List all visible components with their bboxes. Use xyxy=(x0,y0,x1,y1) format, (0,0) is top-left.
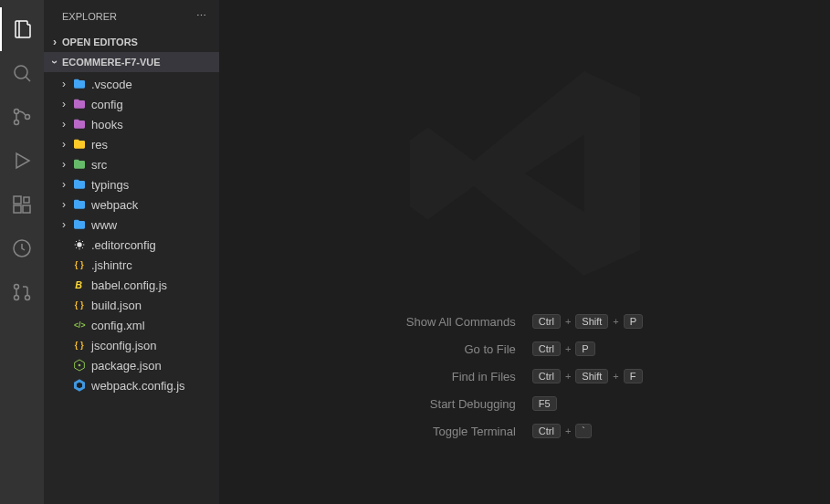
folder-config-icon xyxy=(71,97,88,111)
chevron-down-icon: › xyxy=(48,55,61,69)
folder-vscode-icon xyxy=(71,77,88,91)
activity-search-icon[interactable] xyxy=(0,51,44,95)
json-icon: { } xyxy=(71,257,88,272)
command-shortcut: F5 xyxy=(532,396,643,411)
keyboard-key: Ctrl xyxy=(532,314,561,329)
key-separator: + xyxy=(613,371,618,382)
keyboard-key: P xyxy=(575,341,594,356)
tree-file[interactable]: { } build.json xyxy=(44,295,219,315)
tree-item-label: jsconfig.json xyxy=(91,339,157,352)
svg-rect-4 xyxy=(14,196,21,204)
tree-file[interactable]: package.json xyxy=(44,355,219,375)
tree-folder[interactable]: › www xyxy=(44,215,219,235)
tree-item-label: .jshintrc xyxy=(91,258,132,272)
tree-item-label: config xyxy=(91,98,123,111)
chevron-right-icon: › xyxy=(57,78,71,90)
more-actions-icon[interactable]: ⋯ xyxy=(196,10,208,22)
folder-hooks-icon xyxy=(71,117,88,131)
tree-file[interactable]: B babel.config.js xyxy=(44,275,219,295)
folder-webpack-icon xyxy=(71,197,88,212)
svg-rect-5 xyxy=(14,205,21,213)
chevron-right-icon: › xyxy=(57,178,71,191)
editor-area: Show All CommandsCtrl+Shift+PGo to FileC… xyxy=(219,0,830,504)
tree-item-label: hooks xyxy=(91,118,123,131)
svg-text:</>: </> xyxy=(74,320,86,330)
key-separator: + xyxy=(565,316,571,327)
tree-file[interactable]: { } .jshintrc xyxy=(44,255,219,275)
command-label: Find in Files xyxy=(406,370,516,383)
tree-folder[interactable]: › typings xyxy=(44,174,219,194)
svg-point-18 xyxy=(79,364,81,367)
tree-folder[interactable]: › .vscode xyxy=(44,74,219,94)
keyboard-key: ` xyxy=(575,424,592,438)
tree-item-label: config.xml xyxy=(91,319,145,332)
svg-rect-6 xyxy=(23,205,30,213)
chevron-right-icon: › xyxy=(57,118,71,131)
key-separator: + xyxy=(565,343,571,354)
svg-point-12 xyxy=(77,242,81,247)
keyboard-key: Ctrl xyxy=(532,341,561,356)
svg-point-11 xyxy=(26,296,30,300)
svg-text:{ }: { } xyxy=(75,300,84,310)
keyboard-key: F xyxy=(624,369,643,383)
tree-file[interactable]: webpack.config.js xyxy=(44,375,219,395)
tree-file[interactable]: </> config.xml xyxy=(44,315,219,335)
svg-point-3 xyxy=(26,115,30,120)
folder-www-icon xyxy=(71,217,88,232)
webpack-icon xyxy=(71,378,88,393)
svg-text:{ }: { } xyxy=(75,341,84,350)
section-open-editors[interactable]: › OPEN EDITORS xyxy=(44,32,219,52)
svg-text:{ }: { } xyxy=(75,260,84,269)
chevron-right-icon: › xyxy=(57,98,71,110)
tree-folder[interactable]: › config xyxy=(44,94,219,114)
tree-item-label: webpack xyxy=(91,198,138,212)
folder-resource-icon xyxy=(71,137,88,152)
activity-git-pr-icon[interactable] xyxy=(0,270,44,314)
tree-item-label: .editorconfig xyxy=(91,238,156,252)
chevron-right-icon: › xyxy=(57,198,71,211)
keyboard-key: Shift xyxy=(575,369,608,383)
tree-item-label: build.json xyxy=(91,299,142,312)
activity-explorer-icon[interactable] xyxy=(0,7,44,51)
svg-rect-7 xyxy=(24,197,29,203)
command-label: Show All Commands xyxy=(406,315,516,329)
chevron-right-icon: › xyxy=(57,138,71,151)
svg-text:B: B xyxy=(75,279,82,290)
tree-item-label: res xyxy=(91,138,108,152)
tree-item-label: package.json xyxy=(91,359,162,373)
tree-folder[interactable]: › res xyxy=(44,134,219,154)
tree-folder[interactable]: › webpack xyxy=(44,194,219,215)
editorconfig-icon xyxy=(71,237,88,252)
activity-source-control-icon[interactable] xyxy=(0,95,44,139)
tree-file[interactable]: { } jsconfig.json xyxy=(44,335,219,355)
welcome-commands: Show All CommandsCtrl+Shift+PGo to FileC… xyxy=(406,314,643,438)
json-icon: { } xyxy=(71,298,88,312)
tree-item-label: www xyxy=(91,218,117,232)
command-shortcut: Ctrl+` xyxy=(532,424,643,438)
chevron-right-icon: › xyxy=(57,158,71,171)
tree-item-label: babel.config.js xyxy=(91,278,167,292)
section-label: OPEN EDITORS xyxy=(62,37,138,47)
activity-extensions-icon[interactable] xyxy=(0,183,44,226)
tree-item-label: typings xyxy=(91,178,129,192)
tree-folder[interactable]: › src xyxy=(44,154,219,174)
tree-file[interactable]: .editorconfig xyxy=(44,235,219,255)
svg-point-1 xyxy=(15,110,19,114)
sidebar-explorer: EXPLORER ⋯ › OPEN EDITORS › ECOMMERE-F7-… xyxy=(44,0,219,504)
activity-timeline-icon[interactable] xyxy=(0,226,44,270)
command-label: Toggle Terminal xyxy=(406,425,516,438)
section-project[interactable]: › ECOMMERE-F7-VUE xyxy=(44,52,219,72)
folder-typings-icon xyxy=(71,177,88,192)
tree-folder[interactable]: › hooks xyxy=(44,114,219,134)
command-shortcut: Ctrl+Shift+P xyxy=(532,314,643,329)
sidebar-header: EXPLORER ⋯ xyxy=(44,0,219,32)
activity-bar xyxy=(0,0,44,504)
svg-point-10 xyxy=(15,296,19,300)
svg-point-2 xyxy=(15,121,19,125)
activity-run-debug-icon[interactable] xyxy=(0,139,44,183)
keyboard-key: F5 xyxy=(532,396,557,411)
npm-icon xyxy=(71,358,88,373)
keyboard-key: P xyxy=(624,314,643,329)
chevron-right-icon: › xyxy=(57,218,71,231)
chevron-right-icon: › xyxy=(47,36,62,48)
